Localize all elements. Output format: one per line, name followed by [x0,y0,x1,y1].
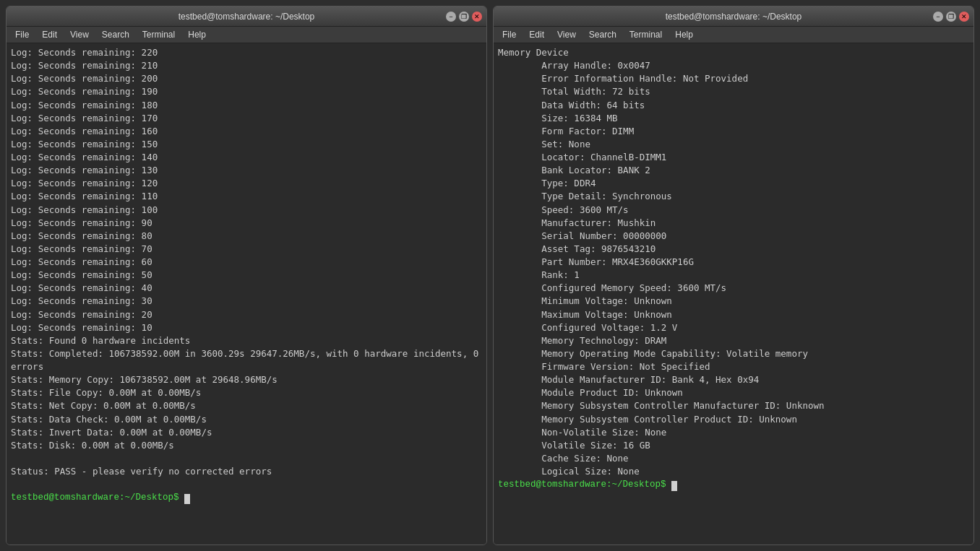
restore-button-2[interactable]: ❐ [946,12,956,22]
terminal-output-2: Memory Device Array Handle: 0x0047 Error… [498,46,969,478]
terminal-window-2[interactable]: testbed@tomshardware: ~/Desktop − ❐ ✕ Fi… [493,6,974,545]
terminal-output-1: Log: Seconds remaining: 220 Log: Seconds… [11,46,482,491]
menu-view-1[interactable]: View [64,28,95,41]
menu-edit-2[interactable]: Edit [523,28,550,41]
close-button-2[interactable]: ✕ [959,12,969,22]
menu-file-2[interactable]: File [497,28,522,41]
title-2: testbed@tomshardware: ~/Desktop [666,12,802,22]
window-controls-2: − ❐ ✕ [933,12,969,22]
prompt-line-1: testbed@tomshardware:~/Desktop$ [11,491,482,504]
menu-bar-2: File Edit View Search Terminal Help [494,27,973,43]
terminal-window-1[interactable]: testbed@tomshardware: ~/Desktop − ❐ ✕ Fi… [6,6,487,545]
restore-button-1[interactable]: ❐ [459,12,469,22]
menu-view-2[interactable]: View [551,28,582,41]
title-1: testbed@tomshardware: ~/Desktop [179,12,315,22]
menu-search-2[interactable]: Search [583,28,622,41]
cursor-1 [184,494,190,504]
menu-file-1[interactable]: File [9,28,35,41]
prompt-line-2: testbed@tomshardware:~/Desktop$ [498,478,969,491]
close-button-1[interactable]: ✕ [472,12,482,22]
menu-edit-1[interactable]: Edit [36,28,63,41]
menu-bar-1: File Edit View Search Terminal Help [7,27,486,43]
cursor-2 [671,481,677,491]
terminal-body-1[interactable]: Log: Seconds remaining: 220 Log: Seconds… [7,43,486,545]
menu-terminal-1[interactable]: Terminal [137,28,181,41]
minimize-button-1[interactable]: − [446,12,456,22]
menu-terminal-2[interactable]: Terminal [624,28,668,41]
minimize-button-2[interactable]: − [933,12,943,22]
title-bar-1: testbed@tomshardware: ~/Desktop − ❐ ✕ [7,6,486,27]
menu-search-1[interactable]: Search [96,28,135,41]
window-controls-1: − ❐ ✕ [446,12,482,22]
menu-help-2[interactable]: Help [669,28,699,41]
menu-help-1[interactable]: Help [182,28,212,41]
title-bar-2: testbed@tomshardware: ~/Desktop − ❐ ✕ [494,6,973,27]
terminal-body-2[interactable]: Memory Device Array Handle: 0x0047 Error… [494,43,973,545]
